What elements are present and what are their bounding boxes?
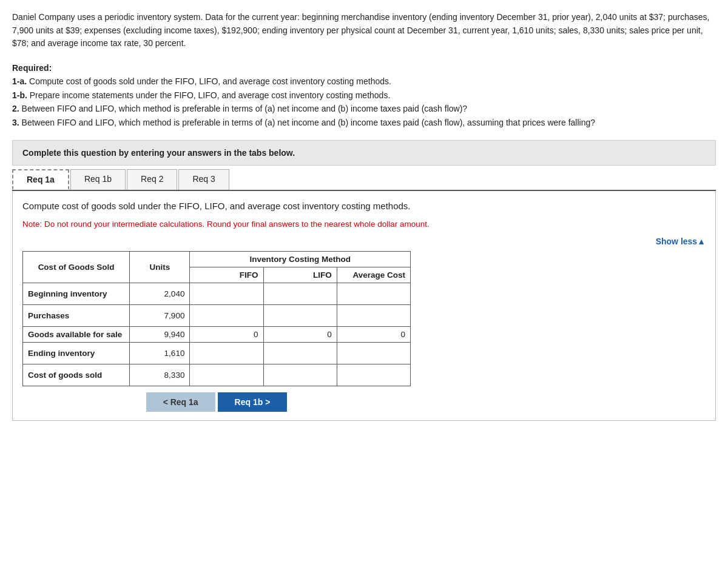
inventory-table: Cost of Goods Sold Units Inventory Costi…	[22, 251, 411, 386]
col-header-method-group: Inventory Costing Method	[190, 251, 411, 267]
table-row: Beginning inventory 2,040	[23, 283, 411, 304]
row-lifo-ending[interactable]	[263, 342, 337, 364]
req-item-1a: 1-a. Compute cost of goods sold under th…	[12, 75, 716, 88]
row-units-cogs: 8,330	[130, 364, 190, 386]
show-less-button[interactable]: Show less▲	[22, 237, 706, 246]
tab-req1b[interactable]: Req 1b	[70, 169, 126, 190]
input-avg-beginning[interactable]	[342, 286, 405, 301]
next-button[interactable]: Req 1b >	[218, 392, 288, 412]
table-row: Ending inventory 1,610	[23, 342, 411, 364]
row-label-beginning: Beginning inventory	[23, 283, 130, 304]
table-row: Cost of goods sold 8,330	[23, 364, 411, 386]
row-lifo-cogs[interactable]	[263, 364, 337, 386]
col-header-avg: Average Cost	[337, 267, 410, 283]
row-units-goods-available: 9,940	[130, 326, 190, 342]
row-avg-ending[interactable]	[337, 342, 410, 364]
table-row: Goods available for sale 9,940 0 0 0	[23, 326, 411, 342]
input-fifo-cogs[interactable]	[195, 367, 258, 383]
row-label-cogs: Cost of goods sold	[23, 364, 130, 386]
input-lifo-ending[interactable]	[269, 346, 332, 361]
input-fifo-ending[interactable]	[195, 346, 258, 361]
input-avg-ending[interactable]	[342, 346, 405, 361]
tab-req1a[interactable]: Req 1a	[12, 169, 69, 190]
col-header-units: Units	[130, 251, 190, 283]
row-fifo-goods-available: 0	[190, 326, 263, 342]
tab-req3[interactable]: Req 3	[178, 169, 229, 190]
input-lifo-cogs[interactable]	[269, 367, 332, 383]
row-avg-cogs[interactable]	[337, 364, 410, 386]
prev-button[interactable]: < Req 1a	[146, 392, 215, 412]
content-title: Compute cost of goods sold under the FIF…	[22, 200, 706, 213]
content-area: Compute cost of goods sold under the FIF…	[12, 191, 716, 421]
row-avg-purchases[interactable]	[337, 304, 410, 326]
instruction-box: Complete this question by entering your …	[12, 140, 716, 166]
row-fifo-beginning[interactable]	[190, 283, 263, 304]
input-lifo-beginning[interactable]	[269, 286, 332, 301]
table-row: Purchases 7,900	[23, 304, 411, 326]
note-text: Note: Do not round your intermediate cal…	[22, 218, 706, 230]
col-header-label: Cost of Goods Sold	[23, 251, 130, 283]
tabs-container: Req 1a Req 1b Req 2 Req 3	[12, 169, 716, 191]
row-units-purchases: 7,900	[130, 304, 190, 326]
req-item-3: 3. Between FIFO and LIFO, which method i…	[12, 116, 716, 129]
row-lifo-goods-available: 0	[263, 326, 337, 342]
input-lifo-purchases[interactable]	[269, 308, 332, 323]
nav-buttons: < Req 1a Req 1b >	[22, 392, 411, 412]
row-fifo-cogs[interactable]	[190, 364, 263, 386]
req-item-1b: 1-b. Prepare income statements under the…	[12, 89, 716, 102]
required-section: Required: 1-a. Compute cost of goods sol…	[12, 61, 716, 129]
input-avg-cogs[interactable]	[342, 367, 405, 383]
row-label-goods-available: Goods available for sale	[23, 326, 130, 342]
input-fifo-purchases[interactable]	[195, 308, 258, 323]
row-fifo-purchases[interactable]	[190, 304, 263, 326]
input-fifo-beginning[interactable]	[195, 286, 258, 301]
row-label-ending: Ending inventory	[23, 342, 130, 364]
row-avg-goods-available: 0	[337, 326, 410, 342]
col-header-fifo: FIFO	[190, 267, 263, 283]
row-label-purchases: Purchases	[23, 304, 130, 326]
row-lifo-purchases[interactable]	[263, 304, 337, 326]
row-units-ending: 1,610	[130, 342, 190, 364]
row-units-beginning: 2,040	[130, 283, 190, 304]
problem-text: Daniel Company uses a periodic inventory…	[12, 11, 716, 50]
col-header-lifo: LIFO	[263, 267, 337, 283]
req-item-2: 2. Between FIFO and LIFO, which method i…	[12, 102, 716, 115]
tab-req2[interactable]: Req 2	[127, 169, 177, 190]
row-lifo-beginning[interactable]	[263, 283, 337, 304]
input-avg-purchases[interactable]	[342, 308, 405, 323]
row-fifo-ending[interactable]	[190, 342, 263, 364]
row-avg-beginning[interactable]	[337, 283, 410, 304]
